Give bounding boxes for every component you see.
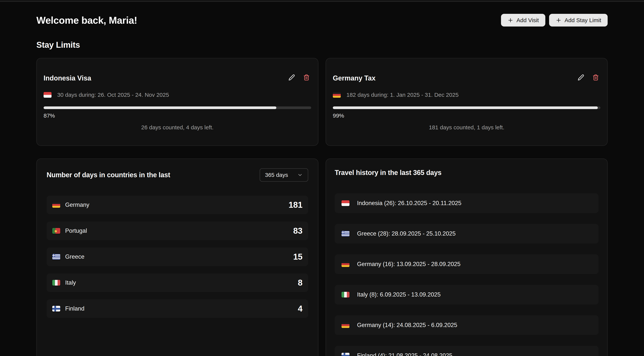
- country-name: Italy: [65, 279, 76, 286]
- travel-history-card: Travel history in the last 365 days Indo…: [326, 158, 608, 356]
- days-in-countries-card: Number of days in countries in the last …: [36, 158, 318, 356]
- country-flag-icon: [342, 322, 350, 328]
- country-flag-icon: [342, 261, 350, 267]
- country-flag-icon: [342, 292, 350, 298]
- travel-history-list: Indonesia (26): 26.10.2025 - 20.11.2025 …: [335, 193, 598, 356]
- travel-history-title: Travel history in the last 365 days: [335, 169, 598, 177]
- country-days-row: Portugal 83: [46, 222, 308, 240]
- country-flag-icon: [52, 228, 60, 234]
- chevron-down-icon: [297, 172, 303, 178]
- stay-limits-heading: Stay Limits: [36, 40, 608, 50]
- stay-limit-summary: 26 days counted, 4 days left.: [44, 124, 311, 131]
- stay-limits-grid: Indonesia Visa 30 days during: 26. Oct 2…: [36, 58, 608, 146]
- country-flag-icon: [342, 231, 350, 236]
- stay-limit-card-header: Indonesia Visa: [44, 74, 311, 82]
- travel-history-text: Finland (4): 21.08.2025 - 24.08.2025: [357, 352, 452, 356]
- travel-history-row: Finland (4): 21.08.2025 - 24.08.2025: [335, 346, 598, 356]
- plus-icon: [508, 17, 514, 23]
- travel-history-row: Germany (16): 13.09.2025 - 28.09.2025: [335, 254, 598, 274]
- stay-limit-details-row: 30 days during: 26. Oct 2025 - 24. Nov 2…: [44, 92, 311, 98]
- top-navbar-edge: [0, 0, 644, 2]
- country-flag-icon: [52, 280, 60, 286]
- country-days-row: Greece 15: [46, 248, 308, 266]
- plus-icon: [556, 17, 562, 23]
- stay-limit-details: 30 days during: 26. Oct 2025 - 24. Nov 2…: [57, 92, 169, 98]
- stay-limit-actions: [288, 74, 311, 81]
- header-actions: Add Visit Add Stay Limit: [501, 14, 608, 26]
- country-days-count: 181: [289, 200, 302, 210]
- travel-history-row: Greece (28): 28.09.2025 - 25.10.2025: [335, 224, 598, 244]
- period-select[interactable]: 365 days: [260, 168, 308, 182]
- add-stay-limit-button[interactable]: Add Stay Limit: [549, 14, 608, 26]
- progress-bar: [333, 106, 600, 109]
- stay-limit-title: Germany Tax: [333, 74, 376, 82]
- country-flag-icon: [333, 92, 341, 98]
- country-flag-icon: [52, 254, 60, 260]
- progress-percent: 99%: [333, 112, 600, 119]
- stay-limit-actions: [578, 74, 600, 81]
- progress-bar: [44, 106, 311, 109]
- days-card-header: Number of days in countries in the last …: [46, 168, 308, 182]
- country-days-count: 83: [293, 226, 302, 236]
- travel-history-text: Greece (28): 28.09.2025 - 25.10.2025: [357, 230, 456, 237]
- travel-history-row: Italy (8): 6.09.2025 - 13.09.2025: [335, 285, 598, 304]
- add-stay-limit-label: Add Stay Limit: [565, 17, 601, 24]
- country-name: Finland: [65, 305, 84, 312]
- travel-history-text: Italy (8): 6.09.2025 - 13.09.2025: [357, 291, 440, 298]
- page-header: Welcome back, Maria! Add Visit Add Stay …: [36, 14, 608, 26]
- country-flag-icon: [342, 353, 350, 356]
- dashboard: Welcome back, Maria! Add Visit Add Stay …: [0, 2, 644, 356]
- country-days-count: 15: [293, 252, 302, 262]
- progress-bar-fill: [44, 106, 276, 109]
- stay-limit-summary: 181 days counted, 1 days left.: [333, 124, 600, 131]
- country-days-list: Germany 181 Portugal 83 Greece 15: [46, 196, 308, 318]
- edit-pencil-icon[interactable]: [578, 74, 584, 81]
- country-days-row: Germany 181: [46, 196, 308, 214]
- stay-limit-card: Indonesia Visa 30 days during: 26. Oct 2…: [36, 58, 318, 146]
- travel-history-text: Germany (14): 24.08.2025 - 6.09.2025: [357, 322, 457, 328]
- country-name: Greece: [65, 253, 84, 260]
- country-days-count: 8: [298, 278, 302, 288]
- add-visit-label: Add Visit: [516, 17, 539, 24]
- travel-history-text: Indonesia (26): 26.10.2025 - 20.11.2025: [357, 200, 462, 206]
- travel-history-text: Germany (16): 13.09.2025 - 28.09.2025: [357, 261, 460, 268]
- stay-limit-title: Indonesia Visa: [44, 74, 91, 82]
- country-flag-icon: [342, 200, 350, 206]
- travel-history-row: Indonesia (26): 26.10.2025 - 20.11.2025: [335, 193, 598, 213]
- stay-limit-details-row: 182 days during: 1. Jan 2025 - 31. Dec 2…: [333, 92, 600, 98]
- travel-history-row: Germany (14): 24.08.2025 - 6.09.2025: [335, 315, 598, 335]
- country-name: Portugal: [65, 228, 87, 234]
- progress-bar-fill: [333, 106, 598, 109]
- add-visit-button[interactable]: Add Visit: [501, 14, 545, 26]
- country-flag-icon: [44, 92, 52, 98]
- period-select-value: 365 days: [265, 172, 288, 178]
- progress-percent: 87%: [44, 112, 311, 119]
- page-title: Welcome back, Maria!: [36, 14, 137, 26]
- stay-limit-card-header: Germany Tax: [333, 74, 600, 82]
- stats-grid: Number of days in countries in the last …: [36, 158, 608, 356]
- delete-trash-icon[interactable]: [303, 74, 310, 81]
- country-flag-icon: [52, 202, 60, 208]
- country-name: Germany: [65, 202, 89, 208]
- days-card-title: Number of days in countries in the last: [46, 171, 170, 179]
- country-days-row: Italy 8: [46, 274, 308, 292]
- country-days-count: 4: [298, 304, 302, 314]
- country-days-row: Finland 4: [46, 300, 308, 318]
- stay-limit-card: Germany Tax 182 days during: 1. Jan 2025…: [326, 58, 608, 146]
- stay-limit-details: 182 days during: 1. Jan 2025 - 31. Dec 2…: [346, 92, 458, 98]
- edit-pencil-icon[interactable]: [288, 74, 295, 81]
- delete-trash-icon[interactable]: [592, 74, 599, 81]
- country-flag-icon: [52, 306, 60, 312]
